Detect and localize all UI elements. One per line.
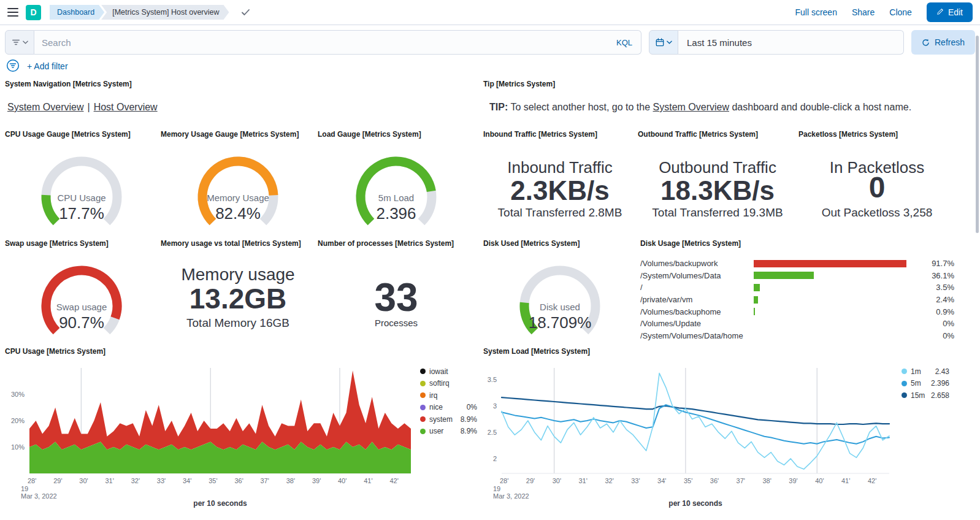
legend-item-irq[interactable]: irq: [420, 389, 477, 402]
saved-query-menu-button[interactable]: [5, 30, 34, 55]
search-input[interactable]: [34, 37, 608, 48]
svg-text:3: 3: [493, 402, 497, 410]
disk-bar-track: [754, 272, 921, 279]
panel-disk-used-gauge: Disk Used [Metrics System] Disk used 18.…: [483, 239, 637, 348]
panel-inbound-traffic: Inbound Traffic [Metrics System] Inbound…: [483, 130, 637, 239]
disk-usage-row: /System/Volumes/Data/home0%: [640, 330, 954, 342]
svg-text:30': 30': [79, 477, 88, 484]
svg-text:40': 40': [338, 477, 346, 484]
disk-bar-track: [754, 296, 921, 304]
panel-title[interactable]: Load Gauge [Metrics System]: [318, 130, 475, 139]
share-button[interactable]: Share: [852, 7, 875, 17]
legend-item-nice[interactable]: nice0%: [420, 402, 477, 414]
disk-bar-track: [754, 284, 921, 291]
svg-text:2.5: 2.5: [488, 429, 497, 436]
system-load-chart[interactable]: 22.533.528'29'30'31'32'33'34'35'36'37'38…: [483, 363, 959, 513]
svg-text:36': 36': [710, 477, 719, 484]
breadcrumb-dashboard[interactable]: Dashboard: [50, 5, 104, 20]
metric-label: Processes: [318, 318, 475, 328]
metric-subtext: Total Memory 16GB: [161, 316, 315, 330]
host-overview-link[interactable]: Host Overview: [94, 102, 158, 112]
panel-title[interactable]: Number of processes [Metrics System]: [318, 239, 475, 248]
legend-item-system[interactable]: system8.9%: [420, 413, 477, 426]
filter-icon[interactable]: [6, 59, 20, 74]
panel-title[interactable]: Inbound Traffic [Metrics System]: [483, 130, 637, 139]
panel-title[interactable]: Memory Usage Gauge [Metrics System]: [161, 130, 315, 139]
gauge-label: Swap usage: [5, 302, 158, 312]
svg-text:31': 31': [105, 477, 114, 484]
gauge-value: 90.7%: [5, 313, 158, 332]
kql-button[interactable]: KQL: [608, 38, 641, 47]
date-picker-button[interactable]: [649, 30, 678, 55]
panel-title[interactable]: System Load [Metrics System]: [483, 347, 955, 356]
app-logo[interactable]: D: [26, 5, 41, 20]
legend-item-iowait[interactable]: iowait: [420, 365, 477, 378]
panel-title[interactable]: Memory usage vs total [Metrics System]: [161, 239, 315, 248]
svg-text:35': 35': [684, 477, 692, 484]
panel-number-of-processes: Number of processes [Metrics System] 33 …: [318, 239, 475, 348]
svg-text:39': 39': [789, 477, 797, 484]
saved-check-icon: [242, 9, 250, 16]
panel-title[interactable]: System Navigation [Metrics System]: [5, 80, 477, 88]
panel-title[interactable]: Disk Usage [Metrics System]: [639, 239, 955, 248]
cpu-chart-legend: iowaitsoftirqirqnice0%system8.9%user8.9%: [420, 365, 477, 437]
svg-text:39': 39': [312, 477, 321, 484]
panel-swap-usage-gauge: Swap usage [Metrics System] Swap usage 9…: [5, 239, 158, 348]
disk-bar-track: [754, 332, 921, 339]
top-navigation-bar: D Dashboard [Metrics System] Host overvi…: [0, 0, 980, 25]
legend-item-5m[interactable]: 5m2.396: [902, 378, 949, 390]
gauge-label: CPU Usage: [5, 193, 158, 203]
disk-usage-row: /Volumes/backupwork91.7%: [640, 258, 954, 270]
svg-text:35': 35': [209, 477, 217, 484]
metric-label: Inbound Traffic: [483, 158, 637, 177]
disk-percent: 36.1%: [921, 271, 954, 280]
gauge-value: 2.396: [318, 204, 475, 223]
panel-title[interactable]: CPU Usage Gauge [Metrics System]: [5, 130, 158, 139]
legend-item-15m[interactable]: 15m2.658: [902, 389, 949, 402]
metric-value: 2.3KB/s: [483, 175, 637, 206]
legend-item-softirq[interactable]: softirq: [420, 378, 477, 390]
cpu-usage-chart[interactable]: 10%20%30%28'29'30'31'32'33'34'35'36'37'3…: [5, 363, 480, 513]
gauge-value: 17.7%: [5, 204, 158, 223]
svg-text:31': 31': [579, 477, 588, 484]
svg-text:41': 41': [841, 477, 850, 484]
filter-bar: + Add filter: [0, 59, 980, 77]
svg-text:38': 38': [763, 477, 771, 484]
disk-bar: [754, 296, 758, 304]
disk-path-label: /Volumes/backupwork: [640, 259, 754, 268]
panel-title[interactable]: Swap usage [Metrics System]: [5, 239, 158, 248]
legend-item-user[interactable]: user8.9%: [420, 426, 477, 438]
add-filter-button[interactable]: + Add filter: [27, 61, 68, 71]
metric-value: 33: [318, 275, 475, 320]
system-overview-link[interactable]: System Overview: [7, 102, 83, 112]
panel-load-gauge: Load Gauge [Metrics System] 5m Load 2.39…: [318, 130, 475, 239]
refresh-button[interactable]: Refresh: [911, 30, 975, 55]
legend-label: iowait: [429, 367, 473, 376]
svg-text:3.5: 3.5: [488, 376, 497, 383]
menu-icon[interactable]: [7, 8, 18, 17]
system-overview-link[interactable]: System Overview: [653, 102, 729, 112]
panel-title[interactable]: Disk Used [Metrics System]: [483, 239, 637, 248]
vertical-scrollbar[interactable]: [976, 36, 979, 233]
panel-title[interactable]: Outbound Traffic [Metrics System]: [638, 130, 797, 139]
legend-item-1m[interactable]: 1m2.43: [902, 365, 949, 378]
panel-title[interactable]: Packetloss [Metrics System]: [798, 130, 955, 139]
panel-packetloss: Packetloss [Metrics System] In Packetlos…: [798, 130, 955, 239]
disk-percent: 2.4%: [921, 295, 954, 304]
svg-text:34': 34': [183, 477, 191, 484]
disk-usage-row: /System/Volumes/Data36.1%: [640, 270, 954, 282]
edit-button[interactable]: Edit: [927, 2, 973, 22]
svg-text:29': 29': [53, 477, 62, 484]
full-screen-button[interactable]: Full screen: [795, 7, 836, 17]
filter-lines-icon: [12, 38, 20, 47]
svg-text:30%: 30%: [11, 391, 25, 398]
gauge-label: Memory Usage: [161, 193, 315, 203]
panel-title[interactable]: Tip [Metrics System]: [483, 80, 955, 88]
x-axis-label: per 10 seconds: [29, 499, 411, 508]
time-range-input[interactable]: [678, 37, 903, 48]
panel-memory-usage-gauge: Memory Usage Gauge [Metrics System] Memo…: [161, 130, 315, 239]
disk-bar: [754, 260, 906, 267]
panel-title[interactable]: CPU Usage [Metrics System]: [5, 347, 477, 356]
clone-button[interactable]: Clone: [889, 7, 912, 17]
tip-text: TIP: To select another host, go to the S…: [483, 102, 955, 113]
